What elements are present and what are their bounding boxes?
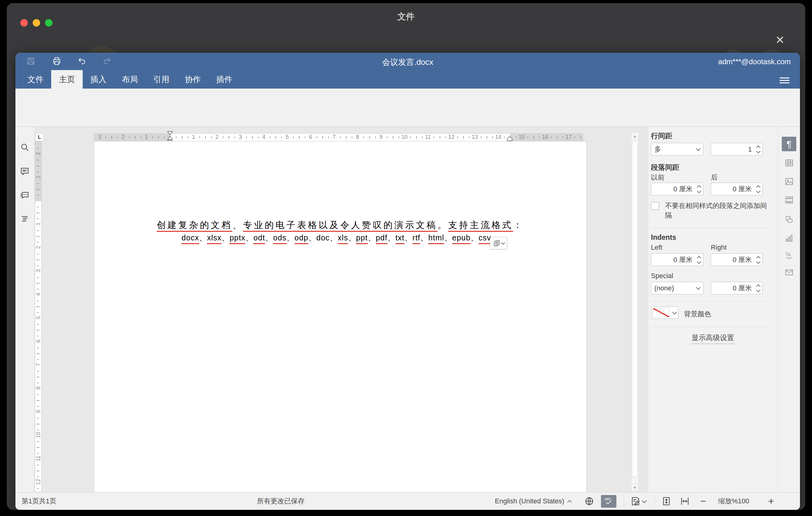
tab-collaboration[interactable]: 协作	[177, 70, 208, 89]
ruler-number: 4	[35, 291, 42, 297]
close-icon[interactable]: ✕	[774, 34, 786, 46]
document-page[interactable]: 创建复杂的文档、专业的电子表格以及令人赞叹的演示文稿。支持主流格式： docx、…	[94, 141, 586, 492]
spinner-arrows-icon[interactable]	[757, 143, 760, 155]
app-window: 文件 ✕ 会议发言.docx adm***@dootask.com 文件 主页	[7, 3, 805, 510]
shape-settings-button[interactable]	[784, 214, 795, 225]
document-text-segment: 。	[437, 220, 448, 231]
line-spacing-select[interactable]: 多	[651, 143, 703, 155]
mail-merge-settings-button[interactable]	[784, 267, 795, 278]
ruler-tick	[37, 160, 39, 161]
document-text-segment: rtf	[412, 232, 420, 244]
paste-options-button[interactable]	[490, 237, 507, 249]
language-selector[interactable]: English (United States)	[495, 492, 571, 510]
header-footer-settings-button[interactable]	[784, 195, 795, 206]
comments-button[interactable]	[20, 166, 30, 177]
indent-right-spinner[interactable]: 0 厘米	[711, 253, 763, 266]
ruler-tick	[36, 353, 39, 354]
page-number-status[interactable]: 第1页共1页	[22, 492, 56, 510]
scrollbar-thumb[interactable]	[632, 141, 638, 478]
no-space-between-checkbox[interactable]	[651, 202, 659, 210]
image-icon	[785, 177, 794, 186]
special-amount-spinner[interactable]: 0 厘米	[711, 282, 763, 294]
background-color-picker[interactable]	[651, 307, 678, 319]
ruler-number: 6	[308, 134, 314, 140]
ruler-tick	[410, 136, 411, 138]
ruler-tick	[346, 136, 346, 139]
advanced-settings-area: 显示高级设置	[648, 333, 778, 344]
image-settings-button[interactable]	[784, 176, 795, 187]
ruler-tick	[36, 212, 39, 213]
ruler-tick	[37, 394, 39, 395]
account-email: adm***@dootask.com	[718, 57, 791, 66]
ruler-tick	[37, 371, 39, 372]
ruler-tick	[393, 136, 393, 139]
line-spacing-amount-spinner[interactable]: 1	[711, 143, 763, 155]
document-text-segment: doc	[316, 232, 329, 243]
tab-file[interactable]: 文件	[20, 70, 51, 89]
ruler-tick	[37, 242, 39, 242]
editor-header: 会议发言.docx adm***@dootask.com	[16, 53, 800, 70]
ruler-number: 3	[96, 134, 103, 140]
document-language-button[interactable]	[584, 492, 594, 510]
ruler-tick	[557, 136, 557, 139]
scrollbar-up-arrow[interactable]: ▲	[631, 132, 639, 140]
document-line-2: docx、xlsx、pptx、odt、ods、odp、doc、xls、ppt、p…	[94, 232, 586, 244]
scrollbar-down-arrow[interactable]: ▼	[631, 484, 639, 491]
chevron-up-icon	[567, 500, 572, 504]
fit-page-button[interactable]	[662, 492, 671, 510]
ruler-number: 16	[542, 134, 548, 140]
document-text-segment: 、	[387, 232, 396, 243]
tab-insert[interactable]: 插入	[83, 70, 114, 89]
tab-stop-selector[interactable]: L	[35, 133, 44, 141]
header-footer-icon	[785, 195, 794, 205]
ruler-tick	[36, 424, 39, 424]
spinner-arrows-icon[interactable]	[757, 254, 760, 266]
ruler-tick	[258, 136, 259, 138]
special-select[interactable]: (none)	[651, 282, 703, 294]
chart-icon	[785, 234, 794, 243]
spinner-arrows-icon[interactable]	[698, 183, 701, 195]
table-settings-button[interactable]	[784, 158, 795, 169]
ruler-tick	[164, 136, 165, 138]
navigation-button[interactable]	[20, 214, 30, 224]
paragraph-settings-button[interactable]: ¶	[782, 137, 796, 151]
document-text-segment: html	[428, 232, 444, 244]
ruler-number: 3	[237, 134, 243, 140]
indent-left-spinner[interactable]: 0 厘米	[651, 253, 703, 266]
document-text-segment: 、	[199, 232, 207, 243]
spinner-arrows-icon[interactable]	[757, 183, 760, 195]
tab-home[interactable]: 主页	[51, 70, 83, 89]
zoom-out-button[interactable]: −	[700, 492, 706, 510]
spinner-arrows-icon[interactable]	[698, 254, 701, 266]
ruler-tick	[445, 136, 446, 138]
spinner-arrows-icon[interactable]	[757, 282, 760, 294]
chat-button[interactable]	[20, 190, 30, 201]
ruler-tick	[37, 277, 39, 278]
fit-width-button[interactable]	[680, 492, 690, 510]
spacing-after-spinner[interactable]: 0 厘米	[711, 183, 763, 195]
ruler-tick	[37, 453, 39, 454]
ruler-tick	[293, 136, 294, 138]
spacing-before-spinner[interactable]: 0 厘米	[651, 183, 703, 195]
chart-settings-button[interactable]	[784, 233, 795, 244]
search-button[interactable]	[20, 142, 30, 153]
ruler-tick	[422, 136, 423, 138]
tab-layout[interactable]: 布局	[114, 70, 146, 89]
ruler-tick	[440, 136, 440, 139]
spell-check-toggle[interactable]: ABC	[601, 495, 616, 508]
ruler-number: 1	[143, 134, 150, 140]
tab-references[interactable]: 引用	[146, 70, 177, 89]
ruler-tick	[187, 136, 188, 138]
text-art-settings-button[interactable]: Ta	[784, 250, 795, 261]
document-text-segment: pdf	[376, 232, 387, 244]
track-changes-button[interactable]	[631, 492, 646, 510]
hamburger-menu-icon[interactable]	[780, 76, 789, 83]
ruler-number: 8	[354, 134, 361, 140]
zoom-in-button[interactable]: +	[768, 492, 774, 510]
ruler-tick	[270, 136, 270, 138]
tab-plugins[interactable]: 插件	[208, 70, 240, 89]
ruler-tick	[36, 189, 39, 190]
right-indent-marker[interactable]	[506, 136, 513, 141]
show-advanced-settings-link[interactable]: 显示高级设置	[692, 333, 734, 344]
document-text-segment: pptx	[230, 232, 245, 244]
